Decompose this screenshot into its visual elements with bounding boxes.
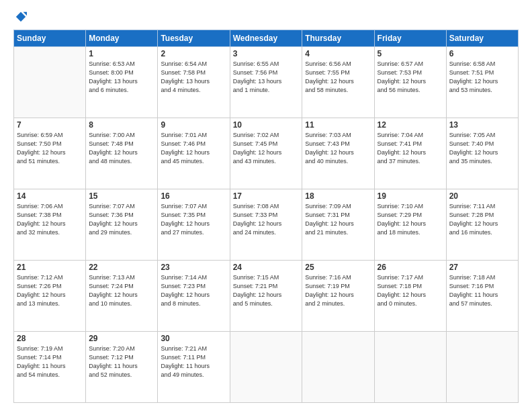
calendar-cell: 16Sunrise: 7:07 AM Sunset: 7:35 PM Dayli… [158,189,230,261]
calendar-week-row: 7Sunrise: 6:59 AM Sunset: 7:50 PM Daylig… [14,118,519,189]
day-info: Sunrise: 7:19 AM Sunset: 7:14 PM Dayligh… [17,345,83,379]
calendar-cell: 5Sunrise: 6:57 AM Sunset: 7:53 PM Daylig… [374,47,446,118]
day-number: 12 [378,120,443,130]
calendar-cell: 27Sunrise: 7:18 AM Sunset: 7:16 PM Dayli… [446,261,518,332]
calendar-cell: 15Sunrise: 7:07 AM Sunset: 7:36 PM Dayli… [86,189,158,261]
day-info: Sunrise: 7:03 AM Sunset: 7:43 PM Dayligh… [305,131,371,166]
calendar-cell: 2Sunrise: 6:54 AM Sunset: 7:58 PM Daylig… [158,47,230,118]
calendar-cell [14,47,86,118]
day-number: 4 [305,49,371,58]
day-info: Sunrise: 6:59 AM Sunset: 7:50 PM Dayligh… [17,131,83,166]
day-number: 23 [161,263,226,272]
day-number: 7 [17,120,83,130]
calendar-cell: 14Sunrise: 7:06 AM Sunset: 7:38 PM Dayli… [14,189,86,261]
day-info: Sunrise: 7:07 AM Sunset: 7:35 PM Dayligh… [161,202,226,237]
day-number: 6 [449,49,515,58]
day-number: 29 [89,334,154,343]
day-number: 21 [17,263,83,272]
weekday-header: Saturday [446,30,518,47]
day-info: Sunrise: 7:11 AM Sunset: 7:28 PM Dayligh… [449,202,515,237]
calendar-cell: 9Sunrise: 7:01 AM Sunset: 7:46 PM Daylig… [158,118,230,189]
weekday-header: Tuesday [158,30,230,47]
day-info: Sunrise: 7:12 AM Sunset: 7:26 PM Dayligh… [17,273,83,308]
day-number: 26 [378,263,443,272]
weekday-header: Wednesday [230,30,302,47]
calendar-cell [446,332,518,403]
day-info: Sunrise: 6:58 AM Sunset: 7:51 PM Dayligh… [449,60,515,95]
day-number: 19 [378,191,443,201]
calendar-cell: 28Sunrise: 7:19 AM Sunset: 7:14 PM Dayli… [14,332,86,403]
calendar-week-row: 21Sunrise: 7:12 AM Sunset: 7:26 PM Dayli… [14,261,519,332]
calendar-cell: 3Sunrise: 6:55 AM Sunset: 7:56 PM Daylig… [230,47,302,118]
weekday-header: Thursday [302,30,374,47]
calendar-week-row: 1Sunrise: 6:53 AM Sunset: 8:00 PM Daylig… [14,47,519,118]
day-info: Sunrise: 7:13 AM Sunset: 7:24 PM Dayligh… [89,273,154,308]
calendar-cell: 21Sunrise: 7:12 AM Sunset: 7:26 PM Dayli… [14,261,86,332]
calendar-cell: 26Sunrise: 7:17 AM Sunset: 7:18 PM Dayli… [374,261,446,332]
day-number: 24 [233,263,300,272]
calendar-cell: 8Sunrise: 7:00 AM Sunset: 7:48 PM Daylig… [86,118,158,189]
day-info: Sunrise: 7:06 AM Sunset: 7:38 PM Dayligh… [17,202,83,237]
day-info: Sunrise: 7:21 AM Sunset: 7:11 PM Dayligh… [161,345,226,379]
calendar-header-row: SundayMondayTuesdayWednesdayThursdayFrid… [14,30,519,47]
calendar-cell: 11Sunrise: 7:03 AM Sunset: 7:43 PM Dayli… [302,118,374,189]
weekday-header: Friday [374,30,446,47]
day-info: Sunrise: 7:00 AM Sunset: 7:48 PM Dayligh… [89,131,154,166]
calendar-cell: 4Sunrise: 6:56 AM Sunset: 7:55 PM Daylig… [302,47,374,118]
svg-marker-0 [16,12,26,21]
calendar-cell: 13Sunrise: 7:05 AM Sunset: 7:40 PM Dayli… [446,118,518,189]
day-info: Sunrise: 7:10 AM Sunset: 7:29 PM Dayligh… [378,202,443,237]
calendar-cell: 24Sunrise: 7:15 AM Sunset: 7:21 PM Dayli… [230,261,302,332]
day-number: 5 [378,49,443,58]
day-number: 14 [17,191,83,201]
day-info: Sunrise: 7:20 AM Sunset: 7:12 PM Dayligh… [89,345,154,379]
logo-icon [15,11,27,23]
day-info: Sunrise: 7:04 AM Sunset: 7:41 PM Dayligh… [378,131,443,166]
calendar-cell: 30Sunrise: 7:21 AM Sunset: 7:11 PM Dayli… [158,332,230,403]
calendar-cell [230,332,302,403]
day-number: 9 [161,120,226,130]
calendar-cell: 20Sunrise: 7:11 AM Sunset: 7:28 PM Dayli… [446,189,518,261]
day-number: 10 [233,120,300,130]
calendar-cell: 22Sunrise: 7:13 AM Sunset: 7:24 PM Dayli… [86,261,158,332]
day-info: Sunrise: 7:14 AM Sunset: 7:23 PM Dayligh… [161,273,226,308]
day-info: Sunrise: 7:17 AM Sunset: 7:18 PM Dayligh… [378,273,443,308]
day-number: 2 [161,49,226,58]
weekday-header: Monday [86,30,158,47]
day-info: Sunrise: 7:02 AM Sunset: 7:45 PM Dayligh… [233,131,300,166]
day-number: 20 [449,191,515,201]
calendar-cell [302,332,374,403]
calendar-cell: 19Sunrise: 7:10 AM Sunset: 7:29 PM Dayli… [374,189,446,261]
calendar-cell: 7Sunrise: 6:59 AM Sunset: 7:50 PM Daylig… [14,118,86,189]
calendar-cell: 12Sunrise: 7:04 AM Sunset: 7:41 PM Dayli… [374,118,446,189]
day-info: Sunrise: 6:54 AM Sunset: 7:58 PM Dayligh… [161,60,226,95]
day-info: Sunrise: 7:05 AM Sunset: 7:40 PM Dayligh… [449,131,515,166]
day-number: 15 [89,191,154,201]
day-number: 3 [233,49,300,58]
day-info: Sunrise: 6:57 AM Sunset: 7:53 PM Dayligh… [378,60,443,95]
calendar-table: SundayMondayTuesdayWednesdayThursdayFrid… [13,30,519,403]
day-number: 13 [449,120,515,130]
day-info: Sunrise: 7:16 AM Sunset: 7:19 PM Dayligh… [305,273,371,308]
calendar-cell: 29Sunrise: 7:20 AM Sunset: 7:12 PM Dayli… [86,332,158,403]
day-info: Sunrise: 6:56 AM Sunset: 7:55 PM Dayligh… [305,60,371,95]
calendar-cell: 25Sunrise: 7:16 AM Sunset: 7:19 PM Dayli… [302,261,374,332]
page-header [13,11,519,23]
weekday-header: Sunday [14,30,86,47]
day-info: Sunrise: 7:01 AM Sunset: 7:46 PM Dayligh… [161,131,226,166]
day-number: 27 [449,263,515,272]
calendar-cell [374,332,446,403]
day-number: 30 [161,334,226,343]
day-info: Sunrise: 7:18 AM Sunset: 7:16 PM Dayligh… [449,273,515,308]
day-number: 8 [89,120,154,130]
day-number: 22 [89,263,154,272]
calendar-cell: 10Sunrise: 7:02 AM Sunset: 7:45 PM Dayli… [230,118,302,189]
day-number: 28 [17,334,83,343]
day-info: Sunrise: 7:08 AM Sunset: 7:33 PM Dayligh… [233,202,300,237]
day-number: 11 [305,120,371,130]
day-info: Sunrise: 6:53 AM Sunset: 8:00 PM Dayligh… [89,60,154,95]
calendar-week-row: 28Sunrise: 7:19 AM Sunset: 7:14 PM Dayli… [14,332,519,403]
logo [13,11,27,23]
calendar-cell: 18Sunrise: 7:09 AM Sunset: 7:31 PM Dayli… [302,189,374,261]
day-number: 25 [305,263,371,272]
